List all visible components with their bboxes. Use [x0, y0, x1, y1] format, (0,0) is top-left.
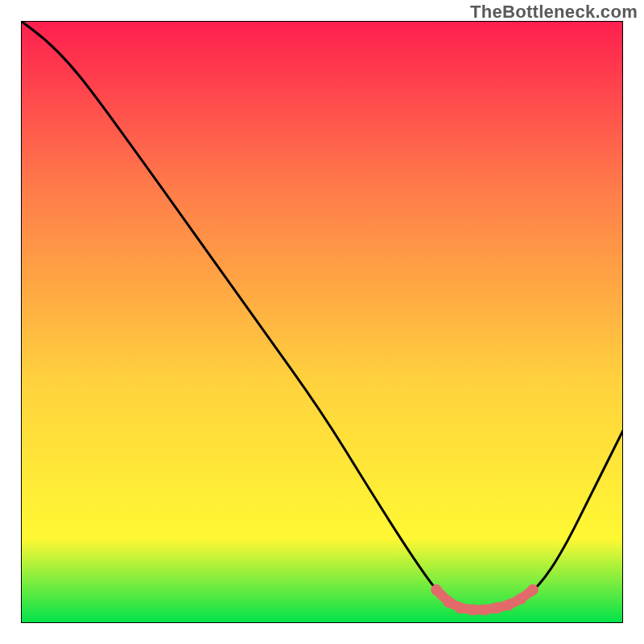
gradient-background — [21, 21, 623, 623]
chart-svg — [21, 21, 623, 623]
chart-container — [21, 21, 623, 623]
highlight-dot — [503, 600, 514, 611]
highlight-dot — [431, 584, 442, 596]
highlight-dot — [515, 593, 526, 605]
highlight-dot — [443, 597, 454, 608]
highlight-dot — [479, 605, 490, 616]
highlight-dot — [455, 602, 466, 613]
watermark-text: TheBottleneck.com — [470, 2, 638, 23]
highlight-dot — [527, 584, 539, 596]
highlight-dot — [467, 605, 478, 616]
highlight-dot — [491, 602, 502, 613]
